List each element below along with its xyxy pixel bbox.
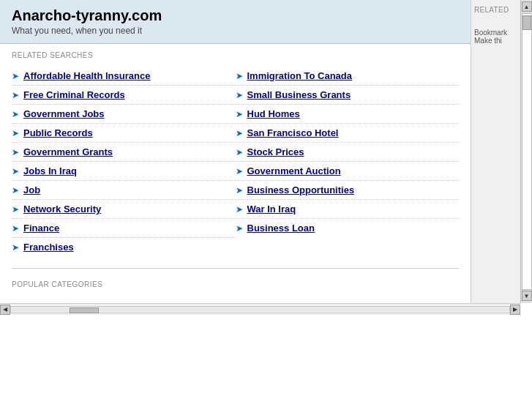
right-panel-label: RELATED	[474, 6, 517, 14]
search-link[interactable]: Government Jobs	[23, 108, 105, 119]
search-link[interactable]: Business Loan	[247, 223, 315, 234]
arrow-icon: ➤	[236, 185, 243, 195]
scroll-left-button[interactable]: ◀	[0, 305, 10, 315]
arrow-icon: ➤	[12, 147, 19, 157]
search-link[interactable]: Jobs In Iraq	[23, 165, 77, 176]
related-searches-label: RELATED SEARCHES	[12, 51, 459, 59]
arrow-icon: ➤	[236, 204, 243, 215]
search-link[interactable]: Job	[23, 184, 40, 195]
arrow-icon: ➤	[12, 128, 19, 138]
arrow-icon: ➤	[236, 109, 243, 119]
site-title: Anarcho-tyranny.com	[12, 7, 459, 24]
search-item: ➤Network Security	[12, 200, 236, 219]
arrow-icon: ➤	[12, 90, 19, 100]
horizontal-scrollbar[interactable]: ◀ ▶	[0, 303, 520, 315]
search-col-right: ➤Immigration To Canada➤Small Business Gr…	[236, 67, 460, 256]
search-item: ➤Small Business Grants	[236, 86, 460, 105]
bookmark-area: Bookmark Make thi	[474, 29, 517, 45]
arrow-icon: ➤	[236, 71, 243, 81]
search-item: ➤Government Grants	[12, 143, 236, 162]
search-link[interactable]: Stock Prices	[247, 146, 304, 157]
arrow-icon: ➤	[236, 166, 243, 176]
section-divider	[12, 268, 459, 269]
arrow-icon: ➤	[12, 223, 19, 234]
search-link[interactable]: Business Opportunities	[247, 184, 355, 195]
arrow-icon: ➤	[12, 242, 19, 253]
related-searches-section: RELATED SEARCHES ➤Affordable Health Insu…	[0, 44, 471, 264]
search-links-grid: ➤Affordable Health Insurance➤Free Crimin…	[12, 67, 459, 256]
search-link[interactable]: War In Iraq	[247, 204, 296, 215]
search-item: ➤Jobs In Iraq	[12, 162, 236, 181]
scroll-track[interactable]	[522, 13, 532, 290]
arrow-icon: ➤	[236, 223, 243, 234]
search-item: ➤Government Auction	[236, 162, 460, 181]
search-link[interactable]: Immigration To Canada	[247, 70, 353, 81]
scroll-up-button[interactable]: ▲	[522, 1, 532, 12]
search-link[interactable]: Finance	[23, 223, 59, 234]
categories-label: POPULAR CATEGORIES	[12, 280, 459, 288]
search-link[interactable]: Free Criminal Records	[23, 89, 125, 100]
site-tagline: What you need, when you need it	[12, 26, 459, 36]
arrow-icon: ➤	[236, 147, 243, 157]
search-item: ➤Job	[12, 181, 236, 200]
arrow-icon: ➤	[236, 90, 243, 100]
search-item: ➤Hud Homes	[236, 105, 460, 124]
search-item: ➤Finance	[12, 219, 236, 238]
search-item: ➤War In Iraq	[236, 200, 460, 219]
search-item: ➤Business Opportunities	[236, 181, 460, 200]
search-item: ➤Immigration To Canada	[236, 67, 460, 86]
right-panel: RELATED Bookmark Make thi	[471, 0, 520, 303]
scroll-thumb[interactable]	[522, 15, 531, 30]
search-link[interactable]: Government Grants	[23, 146, 113, 157]
scroll-down-button[interactable]: ▼	[522, 291, 532, 301]
search-link[interactable]: Hud Homes	[247, 108, 300, 119]
search-item: ➤Public Records	[12, 124, 236, 143]
arrow-icon: ➤	[12, 71, 19, 81]
search-item: ➤Free Criminal Records	[12, 86, 236, 105]
search-link[interactable]: Franchises	[23, 242, 74, 253]
arrow-icon: ➤	[12, 166, 19, 176]
arrow-icon: ➤	[236, 128, 243, 138]
arrow-icon: ➤	[12, 185, 19, 195]
search-link[interactable]: Affordable Health Insurance	[23, 70, 150, 81]
search-item: ➤San Francisco Hotel	[236, 124, 460, 143]
search-link[interactable]: Small Business Grants	[247, 89, 351, 100]
search-link[interactable]: Government Auction	[247, 165, 341, 176]
search-link[interactable]: Network Security	[23, 204, 101, 215]
search-item: ➤Stock Prices	[236, 143, 460, 162]
search-item: ➤Franchises	[12, 238, 236, 256]
arrow-icon: ➤	[12, 204, 19, 215]
search-link[interactable]: Public Records	[23, 127, 93, 138]
arrow-icon: ➤	[12, 109, 19, 119]
horizontal-scroll-thumb[interactable]	[70, 307, 99, 313]
bookmark-text: Bookmark	[474, 29, 517, 37]
site-header: Anarcho-tyranny.com What you need, when …	[0, 0, 471, 44]
search-col-left: ➤Affordable Health Insurance➤Free Crimin…	[12, 67, 236, 256]
search-link[interactable]: San Francisco Hotel	[247, 127, 339, 138]
horizontal-scroll-track[interactable]	[10, 306, 510, 313]
search-item: ➤Affordable Health Insurance	[12, 67, 236, 86]
categories-section: POPULAR CATEGORIES	[0, 273, 471, 303]
make-text: Make thi	[474, 37, 517, 45]
scroll-right-button[interactable]: ▶	[510, 305, 520, 315]
search-item: ➤Government Jobs	[12, 105, 236, 124]
search-item: ➤Business Loan	[236, 219, 460, 237]
scrollbar[interactable]: ▲ ▼	[520, 0, 532, 303]
